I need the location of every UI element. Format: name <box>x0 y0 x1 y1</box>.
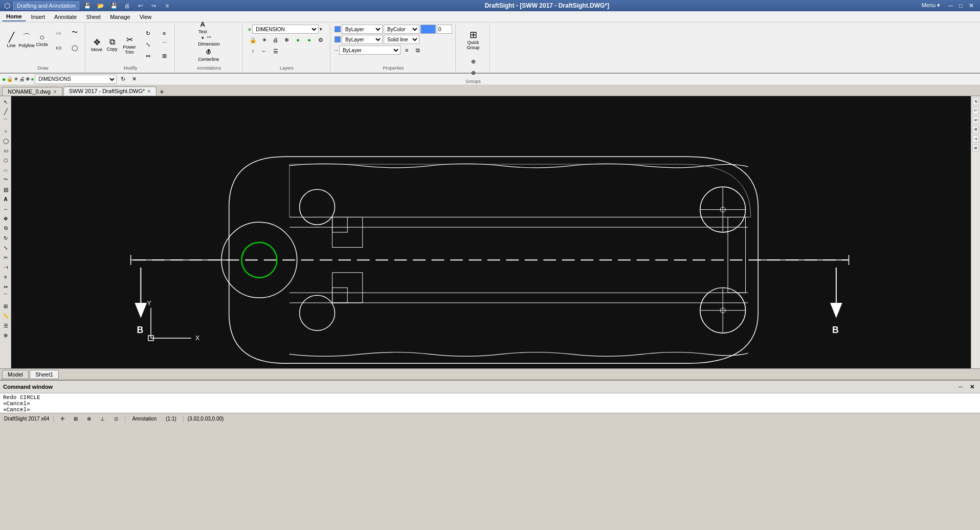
offset-left-btn[interactable]: ≡ <box>1 272 10 281</box>
rotate-left-btn[interactable]: ↻ <box>1 233 10 242</box>
array-btn[interactable]: ⊞ <box>157 51 171 61</box>
layer-vis-icon[interactable]: ☀ <box>259 35 270 45</box>
mirror-btn[interactable]: ⇔ <box>141 51 155 61</box>
right-panel-tab4[interactable]: R <box>972 125 979 134</box>
spline-tool-btn[interactable]: 〜 <box>1 175 10 184</box>
scale-left-btn[interactable]: ⤡ <box>1 243 10 252</box>
menu-manage[interactable]: Manage <box>106 13 135 21</box>
right-panel-tab1[interactable]: P <box>972 98 979 105</box>
panel-close-btn[interactable]: ✕ <box>129 74 139 84</box>
right-panel-tab3[interactable]: S <box>972 116 979 124</box>
extend-left-btn[interactable]: ⊣ <box>1 262 10 272</box>
layer-on-icon[interactable]: ● <box>293 35 303 45</box>
menu-annotate[interactable]: Annotate <box>50 13 81 21</box>
snap-left-btn[interactable]: ⊕ <box>1 330 10 340</box>
line-tool-btn[interactable]: ╱ <box>1 107 10 116</box>
solidline-select[interactable]: Solid line <box>384 35 419 44</box>
layer-freeze-icon[interactable]: ❄ <box>282 35 292 45</box>
color-input[interactable] <box>437 25 452 34</box>
right-panel-tab6[interactable]: B <box>972 144 979 152</box>
fillet-btn[interactable]: ⌒ <box>157 39 171 50</box>
menu-sheet[interactable]: Sheet <box>82 13 105 21</box>
power-trim-btn[interactable]: ✂ Power Trim <box>120 29 139 60</box>
trim-left-btn[interactable]: ✂ <box>1 253 10 262</box>
quick-group-btn[interactable]: ⊞ QuickGroup <box>460 25 486 55</box>
right-panel-tab2[interactable]: L <box>972 107 979 114</box>
layer-select[interactable]: DIMENSION <box>252 25 319 34</box>
menu-insert[interactable]: Insert <box>27 13 50 21</box>
measure-left-btn[interactable]: 📏 <box>1 311 10 320</box>
ellipse-btn[interactable]: ◯ <box>68 40 82 55</box>
command-close-btn[interactable]: ✕ <box>967 382 977 392</box>
rect-tool-btn[interactable]: ▭ <box>1 146 10 155</box>
customize-btn[interactable]: ≡ <box>162 1 172 11</box>
minimize-btn[interactable]: ─ <box>946 2 955 9</box>
menu-view[interactable]: View <box>136 13 156 21</box>
mirror-left-btn[interactable]: ⇔ <box>1 282 10 291</box>
select-tool-btn[interactable]: ↖ <box>1 97 10 106</box>
arc-btn[interactable]: ⌓ <box>51 25 65 39</box>
tab-sww[interactable]: SWW 2017 - DraftSight.DWG* ✕ <box>63 86 157 96</box>
polyline-tool-btn[interactable]: ⌓ <box>1 165 10 174</box>
snap-icon[interactable]: ⊕ <box>84 415 94 422</box>
model-tab[interactable]: Model <box>2 370 29 379</box>
layer-manager-btn[interactable]: ☰ <box>271 46 281 56</box>
copy-props-btn[interactable]: ⧉ <box>413 45 423 55</box>
scale-label[interactable]: (1:1) <box>163 415 179 422</box>
menu-home[interactable]: Home <box>2 12 26 21</box>
command-minimize-btn[interactable]: ─ <box>955 382 966 392</box>
color-select[interactable]: ByLayer <box>342 25 383 34</box>
right-panel-tab5[interactable]: T <box>972 135 979 143</box>
undo-btn[interactable]: ↩ <box>136 1 146 11</box>
linetype-select[interactable]: ByLayer <box>342 35 383 44</box>
tab-sww-close[interactable]: ✕ <box>147 89 151 94</box>
hatch-tool-btn[interactable]: ▨ <box>1 185 10 194</box>
layer-color-icon[interactable]: ● <box>304 35 315 45</box>
open-btn[interactable]: 📂 <box>96 1 106 11</box>
circle-tool-btn[interactable]: ○ <box>1 126 10 136</box>
layer-settings-icon[interactable]: ⚙ <box>316 35 326 45</box>
polar-icon[interactable]: ⊙ <box>112 415 121 422</box>
copy-btn[interactable]: ⧉ Copy <box>105 29 119 60</box>
polyline-btn[interactable]: ⌒ Polyline <box>19 25 34 55</box>
grid-icon[interactable]: ⊞ <box>71 415 80 422</box>
make-current-btn[interactable]: ↑ <box>248 46 258 56</box>
layer-print-icon[interactable]: 🖨 <box>271 35 281 45</box>
ortho-icon[interactable]: ⊥ <box>98 415 107 422</box>
maximize-btn[interactable]: □ <box>957 2 965 9</box>
move-btn[interactable]: ✥ Move <box>90 29 104 60</box>
tab-noname-close[interactable]: ✕ <box>53 89 57 95</box>
save-btn2[interactable]: 💾 <box>109 1 119 11</box>
layer-dropdown-toolbar[interactable]: DIMENSIONS <box>35 75 117 84</box>
spline-btn[interactable]: 〜 <box>68 25 82 39</box>
save-btn[interactable]: 💾 <box>82 1 93 11</box>
line-btn[interactable]: ╱ Line <box>4 25 18 55</box>
sheet1-tab[interactable]: Sheet1 <box>30 370 59 379</box>
dimension-btn[interactable]: ↔ Dimension ▾ <box>195 37 222 48</box>
layer-lock-icon[interactable]: 🔒 <box>248 35 258 45</box>
layer-refresh-btn[interactable]: ↻ <box>118 74 128 84</box>
rotate-btn[interactable]: ↻ <box>141 28 155 38</box>
ellipse-tool-btn[interactable]: ◯ <box>1 136 10 145</box>
tab-noname[interactable]: NONAME_0.dwg ✕ <box>2 87 62 96</box>
print-btn[interactable]: 🖨 <box>122 1 132 11</box>
fillet-left-btn[interactable]: ⌒ <box>1 292 10 301</box>
menu-right-label[interactable]: Menu ▾ <box>922 2 941 9</box>
polygon-tool-btn[interactable]: ⬡ <box>1 156 10 165</box>
close-btn[interactable]: ✕ <box>967 2 976 9</box>
lineweight-select[interactable]: ByLayer <box>339 46 400 55</box>
toolbar-dropdown[interactable]: Drafting and Annotation <box>13 2 79 10</box>
copy-left-btn[interactable]: ⧉ <box>1 224 10 233</box>
text-left-btn[interactable]: A <box>1 194 10 204</box>
redo-btn[interactable]: ↪ <box>149 1 159 11</box>
dim-left-btn[interactable]: ↔ <box>1 204 10 213</box>
group-btn1[interactable]: ⊕ <box>468 56 478 67</box>
bycolor-select[interactable]: ByColor <box>384 25 419 34</box>
rect-btn[interactable]: ▭ <box>51 40 65 55</box>
centerline-btn[interactable]: ⊕ Centerline <box>195 49 221 60</box>
cursor-icon[interactable]: ✛ <box>58 415 67 422</box>
move-left-btn[interactable]: ✥ <box>1 214 10 223</box>
canvas-area[interactable]: X Y <box>11 96 971 368</box>
match-props-btn[interactable]: ≡ <box>402 45 412 55</box>
layer-prev-btn[interactable]: ← <box>259 46 270 56</box>
